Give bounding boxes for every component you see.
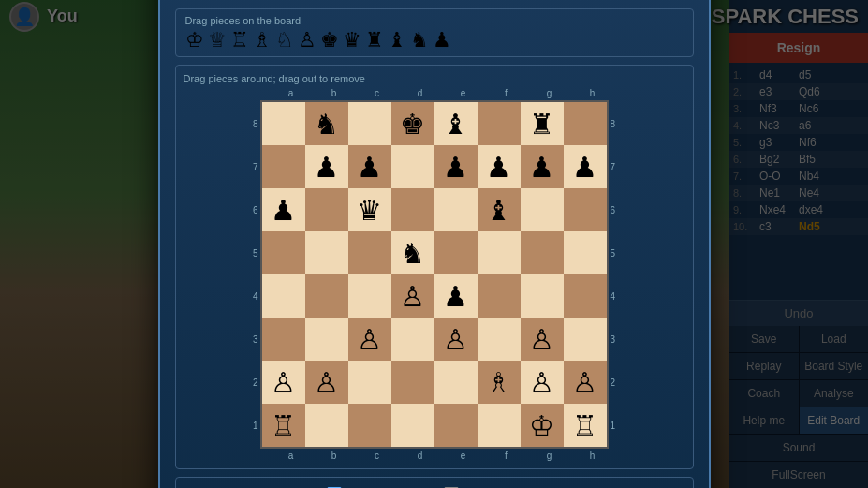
- board-cell[interactable]: [262, 318, 305, 361]
- board-cell[interactable]: [564, 231, 607, 274]
- edit-board-modal: Edit the Board FEN: Import Drag pieces o…: [158, 0, 711, 488]
- board-cell[interactable]: [262, 145, 305, 188]
- board-cell[interactable]: ♜: [521, 102, 564, 145]
- board-cell[interactable]: [348, 361, 391, 404]
- board-cell[interactable]: ♟: [521, 145, 564, 188]
- rank-label: 4: [611, 274, 616, 318]
- board-cell[interactable]: ♟: [434, 274, 478, 318]
- board-with-labels: abcdefgh 87654321 ♞♚♝♜♟♟♟♟♟♟♟♛♝♞♙♟♙♙♙♙♙♗…: [184, 88, 685, 461]
- board-cell[interactable]: [391, 361, 434, 404]
- tray-piece[interactable]: ♟: [433, 30, 451, 51]
- board-cell[interactable]: ♙: [521, 361, 564, 404]
- board-cell[interactable]: ♙: [521, 318, 564, 361]
- file-label: d: [399, 451, 442, 461]
- file-label: c: [356, 88, 399, 98]
- rank-label: 6: [253, 188, 258, 231]
- rank-label: 7: [253, 145, 258, 188]
- board-cell[interactable]: [348, 231, 391, 274]
- tray-piece[interactable]: ♗: [253, 30, 272, 51]
- board-cell[interactable]: ♟: [262, 188, 305, 231]
- board-cell[interactable]: [305, 274, 348, 318]
- board-cell[interactable]: ♙: [434, 318, 478, 361]
- board-cell[interactable]: ♙: [348, 318, 391, 361]
- board-middle: 87654321 ♞♚♝♜♟♟♟♟♟♟♟♛♝♞♙♟♙♙♙♙♙♗♙♙♖♔♖ 876…: [253, 100, 615, 449]
- board-cell[interactable]: ♞: [391, 231, 434, 274]
- board-cell[interactable]: ♚: [391, 102, 434, 145]
- tray-piece[interactable]: ♖: [230, 30, 249, 51]
- board-cell[interactable]: ♙: [262, 361, 305, 404]
- file-labels-bottom: abcdefgh: [270, 451, 614, 461]
- board-cell[interactable]: [521, 231, 564, 274]
- board-cell[interactable]: [305, 404, 348, 447]
- board-cell[interactable]: [391, 404, 434, 447]
- board-cell[interactable]: [391, 188, 434, 231]
- board-cell[interactable]: ♙: [305, 361, 348, 404]
- board-cell[interactable]: ♗: [478, 361, 521, 404]
- file-label: h: [571, 451, 614, 461]
- piece-tray-section: Drag pieces on the board ♔♕♖♗♘♙♚♛♜♝♞♟: [175, 8, 694, 57]
- board-cell[interactable]: [478, 404, 521, 447]
- board-cell[interactable]: ♟: [478, 145, 521, 188]
- file-label: f: [485, 451, 528, 461]
- board-cell[interactable]: ♖: [564, 404, 607, 447]
- board-cell[interactable]: [478, 318, 521, 361]
- board-cell[interactable]: ♟: [348, 145, 391, 188]
- board-cell[interactable]: [348, 274, 391, 318]
- board-cell[interactable]: [434, 404, 478, 447]
- board-cell[interactable]: [391, 145, 434, 188]
- board-cell[interactable]: ♞: [305, 102, 348, 145]
- file-label: f: [485, 88, 528, 98]
- board-cell[interactable]: [305, 318, 348, 361]
- tray-piece[interactable]: ♔: [185, 30, 204, 51]
- board-section: Drag pieces around; drag out to remove a…: [175, 65, 694, 469]
- rank-label: 6: [611, 188, 616, 231]
- board-cell[interactable]: [478, 231, 521, 274]
- board-cell[interactable]: [434, 361, 478, 404]
- tray-piece[interactable]: ♙: [298, 30, 316, 51]
- board-cell[interactable]: [262, 102, 305, 145]
- board-cell[interactable]: ♛: [348, 188, 391, 231]
- board-cell[interactable]: [564, 102, 607, 145]
- board-cell[interactable]: [305, 188, 348, 231]
- board-cell[interactable]: [564, 274, 607, 318]
- board-cell[interactable]: [434, 188, 478, 231]
- tray-piece[interactable]: ♕: [208, 30, 227, 51]
- file-label: e: [442, 88, 485, 98]
- board-cell[interactable]: [478, 274, 521, 318]
- board-cell[interactable]: [478, 102, 521, 145]
- board-cell[interactable]: [564, 188, 607, 231]
- board-cell[interactable]: [305, 231, 348, 274]
- board-cell[interactable]: ♖: [262, 404, 305, 447]
- tray-piece[interactable]: ♛: [343, 30, 361, 51]
- board-cell[interactable]: [262, 274, 305, 318]
- rank-label: 2: [253, 361, 258, 404]
- board-cell[interactable]: ♙: [564, 361, 607, 404]
- board-cell[interactable]: [348, 404, 391, 447]
- board-cell[interactable]: ♔: [521, 404, 564, 447]
- board-cell[interactable]: [391, 318, 434, 361]
- tray-piece[interactable]: ♝: [388, 30, 406, 51]
- board-cell[interactable]: ♟: [564, 145, 607, 188]
- chess-board[interactable]: ♞♚♝♜♟♟♟♟♟♟♟♛♝♞♙♟♙♙♙♙♙♗♙♙♖♔♖: [260, 100, 609, 449]
- tray-piece[interactable]: ♚: [320, 30, 339, 51]
- tray-piece[interactable]: ♜: [365, 30, 384, 51]
- board-cell[interactable]: ♟: [434, 145, 478, 188]
- board-cell[interactable]: ♙: [391, 274, 434, 318]
- rank-label: 8: [253, 102, 258, 145]
- file-label: g: [528, 88, 571, 98]
- rank-label: 5: [611, 231, 616, 274]
- board-cell[interactable]: ♝: [478, 188, 521, 231]
- board-cell[interactable]: ♟: [305, 145, 348, 188]
- file-label: g: [528, 451, 571, 461]
- board-cell[interactable]: [348, 102, 391, 145]
- board-cell[interactable]: [262, 231, 305, 274]
- modal-overlay: Edit the Board FEN: Import Drag pieces o…: [0, 0, 868, 488]
- board-cell[interactable]: [521, 274, 564, 318]
- board-cell[interactable]: [521, 188, 564, 231]
- board-cell[interactable]: [564, 318, 607, 361]
- tray-piece[interactable]: ♞: [410, 30, 429, 51]
- board-cell[interactable]: ♝: [434, 102, 478, 145]
- tray-piece[interactable]: ♘: [275, 30, 294, 51]
- rank-label: 1: [253, 404, 258, 447]
- board-cell[interactable]: [434, 231, 478, 274]
